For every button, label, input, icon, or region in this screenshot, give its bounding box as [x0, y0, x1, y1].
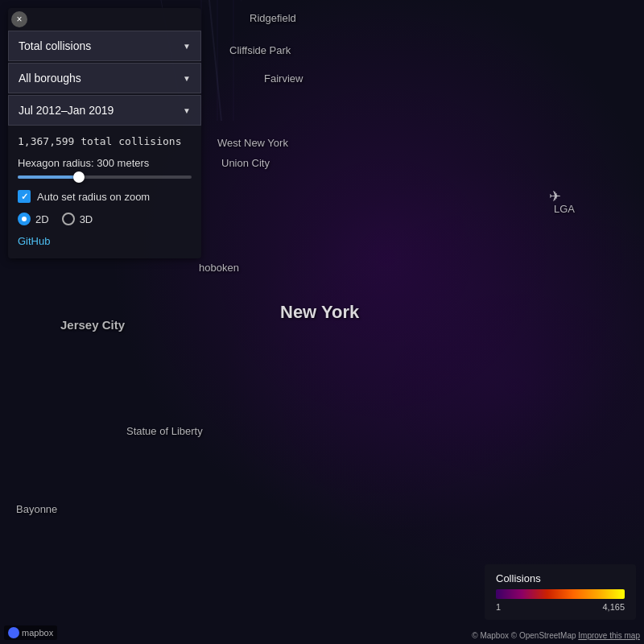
radio-3d-option[interactable]: 3D — [62, 213, 93, 225]
legend-color-bar — [496, 589, 625, 599]
slider-label: Hexagon radius: 300 meters — [18, 157, 192, 169]
mapbox-logo: mapbox — [4, 625, 57, 640]
close-button[interactable]: × — [11, 11, 27, 27]
legend-min-label: 1 — [496, 602, 501, 612]
radio-2d-dot[interactable] — [18, 213, 31, 225]
mapbox-circle-icon — [8, 627, 19, 638]
metric-dropdown[interactable]: Total collisions ▼ — [8, 31, 201, 61]
legend-title: Collisions — [496, 572, 625, 584]
panel-section: 1,367,599 total collisions Hexagon radiu… — [8, 127, 201, 258]
osm-attribution: © Mapbox © OpenStreetMap Improve this ma… — [472, 631, 640, 640]
radio-3d-label: 3D — [80, 213, 93, 225]
total-collisions-stat: 1,367,599 total collisions — [18, 135, 192, 147]
mapbox-label: mapbox — [22, 628, 53, 638]
radio-2d-option[interactable]: 2D — [18, 213, 49, 225]
date-dropdown-arrow: ▼ — [183, 106, 191, 115]
radius-slider[interactable] — [18, 175, 192, 179]
auto-radius-checkbox[interactable]: ✓ — [18, 190, 31, 203]
improve-map-link[interactable]: Improve this map — [578, 631, 640, 640]
mapbox-attribution: mapbox — [4, 625, 57, 640]
radio-3d-dot[interactable] — [62, 213, 75, 225]
borough-dropdown[interactable]: All boroughs ▼ — [8, 63, 201, 93]
date-dropdown[interactable]: Jul 2012–Jan 2019 ▼ — [8, 95, 201, 126]
metric-dropdown-arrow: ▼ — [183, 42, 191, 51]
control-panel: × Total collisions ▼ All boroughs ▼ Jul … — [8, 8, 201, 258]
slider-track — [18, 175, 79, 179]
github-link[interactable]: GitHub — [18, 235, 192, 250]
panel-header: × — [8, 8, 201, 31]
airport-icon: ✈ — [549, 188, 561, 205]
metric-dropdown-label: Total collisions — [19, 39, 91, 52]
legend-max-label: 4,165 — [602, 602, 625, 612]
date-dropdown-label: Jul 2012–Jan 2019 — [19, 104, 114, 117]
borough-dropdown-arrow: ▼ — [183, 74, 191, 83]
view-mode-row: 2D 3D — [18, 213, 192, 225]
auto-radius-label: Auto set radius on zoom — [37, 191, 150, 203]
osm-label: © OpenStreetMap — [511, 631, 576, 640]
slider-thumb[interactable] — [73, 171, 85, 183]
mapbox-copyright: © Mapbox — [472, 631, 509, 640]
checkmark-icon: ✓ — [21, 192, 28, 202]
legend: Collisions 1 4,165 — [485, 564, 636, 620]
borough-dropdown-label: All boroughs — [19, 72, 81, 85]
legend-labels: 1 4,165 — [496, 602, 625, 612]
auto-radius-row: ✓ Auto set radius on zoom — [18, 190, 192, 203]
radio-2d-label: 2D — [35, 213, 49, 225]
